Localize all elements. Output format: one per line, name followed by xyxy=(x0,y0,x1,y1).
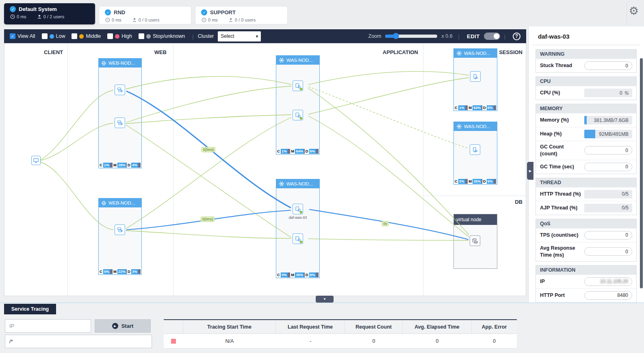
stop-checkbox[interactable] xyxy=(139,33,144,39)
zoom-slider[interactable] xyxy=(385,35,437,38)
system-users: 0 / 2 users xyxy=(37,14,64,19)
column-divider xyxy=(423,44,423,296)
middle-status-dot-icon xyxy=(79,34,84,39)
globe-icon xyxy=(101,61,106,66)
metric-label: IP xyxy=(540,278,582,285)
system-card-default[interactable]: ✓ Default System 0 ms 0 / 2 users xyxy=(4,3,95,24)
panel-collapse-arrow-icon[interactable]: ▶ xyxy=(527,162,533,180)
section-header: WARNING xyxy=(536,50,636,59)
help-icon[interactable]: ? xyxy=(513,33,520,40)
was-app-node-icon[interactable] xyxy=(293,81,303,91)
section-qos: QoS TPS (count/sec) 0 Avg Response Time … xyxy=(536,219,637,261)
session-node-icon[interactable] xyxy=(470,144,480,155)
node-box-stats: C0% M35% D6% xyxy=(454,178,497,184)
filter-low[interactable]: Low xyxy=(42,33,65,39)
tracing-url-input[interactable] xyxy=(5,335,152,348)
node-box-stats: C1% M64% D6% xyxy=(276,148,319,154)
cell-tracing-start: N/A xyxy=(183,334,276,348)
filter-stop[interactable]: Stop/unknown xyxy=(139,33,185,39)
avg-response-value: 0 xyxy=(584,247,632,256)
web-server-node-icon[interactable] xyxy=(115,224,125,235)
header-swatch-column xyxy=(164,320,183,333)
session-node-icon[interactable] xyxy=(470,71,481,82)
clock-icon xyxy=(202,17,206,22)
detail-scrollbar[interactable] xyxy=(640,58,643,288)
tracing-start-button[interactable]: ▶ Start xyxy=(95,319,151,333)
was-molecule-icon xyxy=(456,124,462,129)
clock-icon xyxy=(10,14,15,19)
heap-gauge: 92MB/491MB xyxy=(584,130,632,138)
section-information: INFORMATION IP 10.11.105.20 HTTP Port 84… xyxy=(536,265,637,303)
toolbar-divider: | xyxy=(458,33,460,39)
stop-status-dot-icon xyxy=(146,34,151,39)
system-card-rnd[interactable]: ✓ RND 0 ms 0 / 0 users xyxy=(99,6,191,24)
metric-label: AJP Thread (%) xyxy=(540,205,582,211)
was-app-node-icon[interactable] xyxy=(293,110,303,120)
zoom-label: Zoom xyxy=(369,33,382,39)
web-server-node-icon[interactable] xyxy=(115,85,125,95)
client-node-icon[interactable] xyxy=(31,156,41,165)
view-all-checkbox[interactable]: ✓ xyxy=(10,33,15,39)
zoom-slider-thumb[interactable] xyxy=(393,33,399,39)
cell-last-request: - xyxy=(276,334,345,348)
database-node-icon[interactable] xyxy=(470,235,480,246)
section-header: INFORMATION xyxy=(536,266,636,275)
node-box-stats: C0% M35% D6% xyxy=(276,272,319,278)
node-box-title: WAS-NOD... xyxy=(464,51,490,56)
web-server-node-icon[interactable] xyxy=(115,118,125,128)
node-box-stats: C1% M28% D4% xyxy=(99,162,141,168)
metric-label: CPU (%) xyxy=(540,89,582,96)
cell-app-error: 0 xyxy=(472,334,517,348)
status-dot-icon xyxy=(300,88,302,90)
user-icon xyxy=(37,14,42,19)
section-cpu: CPU CPU (%) 0 % xyxy=(536,76,637,100)
settings-gear-icon[interactable]: ⚙ xyxy=(629,6,639,17)
stuck-thread-value: 0 xyxy=(584,61,632,70)
edit-label: EDIT xyxy=(467,33,480,39)
middle-checkbox[interactable] xyxy=(72,33,77,39)
section-header: THREAD xyxy=(536,178,636,187)
topology-collapse-button[interactable]: ▼ xyxy=(316,296,334,303)
node-label: daf-was-03 xyxy=(289,216,307,220)
node-detail-panel: daf-was-03 WARNING Stuck Thread 0 CPU CP… xyxy=(528,26,644,303)
column-label-application: APPLICATION xyxy=(383,49,418,55)
tps-value: 0 xyxy=(584,231,632,240)
edit-toggle-knob xyxy=(494,33,499,39)
node-box-was-1[interactable]: WAS-NOD... C1% M64% D6% xyxy=(276,55,320,155)
was-app-node-icon-daf-was-03[interactable]: daf-was-03 xyxy=(293,204,303,214)
node-box-web-2[interactable]: WEB-NOD... C0% M22% D3% xyxy=(98,198,142,275)
metric-label: HTTP Thread (%) xyxy=(540,191,582,198)
header-avg-elapsed: Avg. Elapsed Time xyxy=(403,320,472,333)
node-box-title: WAS-NOD... xyxy=(286,181,313,186)
cluster-select[interactable]: Select ▾ xyxy=(218,31,261,41)
tracing-table-header: Tracing Start Time Last Request Time Req… xyxy=(164,320,517,334)
node-box-was-2[interactable]: WAS-NOD... C0% M35% D6% xyxy=(276,179,320,278)
was-app-node-icon[interactable] xyxy=(293,233,303,244)
zoom-value: x 0.6 xyxy=(441,33,452,39)
low-status-dot-icon xyxy=(50,34,54,39)
section-warning: WARNING Stuck Thread 0 xyxy=(536,49,637,73)
user-icon xyxy=(228,17,233,22)
system-name: Default System xyxy=(19,6,57,12)
metric-label: GC Time (sec) xyxy=(540,163,582,170)
filter-view-all[interactable]: ✓ View All xyxy=(10,33,35,39)
filter-high[interactable]: High xyxy=(107,33,132,39)
metric-label: Avg Response Time (ms) xyxy=(540,245,582,259)
node-box-title: virtual node xyxy=(456,217,481,222)
edit-toggle[interactable] xyxy=(484,33,500,40)
node-box-web-1[interactable]: WEB-NOD... C1% M28% D4% xyxy=(98,58,142,168)
status-dot-icon xyxy=(300,241,302,243)
table-row[interactable]: N/A - 0 0 0 xyxy=(164,334,517,349)
tracing-ip-input[interactable] xyxy=(5,319,91,333)
metric-label: HTTP Port xyxy=(540,292,582,299)
topology-canvas[interactable]: CLIENT WEB APPLICATION SESSION DB WEB-NO… xyxy=(4,43,526,296)
tab-service-tracing[interactable]: Service Tracing xyxy=(4,304,56,314)
globe-icon xyxy=(101,200,106,206)
low-checkbox[interactable] xyxy=(42,33,48,39)
system-card-support[interactable]: ✓ SUPPORT 0 ms 0 / 0 users xyxy=(195,6,288,24)
system-check-icon: ✓ xyxy=(201,9,207,15)
system-users: 0 / 0 users xyxy=(132,17,159,22)
filter-middle[interactable]: Middle xyxy=(72,33,101,39)
detail-scrollbar-thumb[interactable] xyxy=(640,58,643,288)
high-checkbox[interactable] xyxy=(107,33,113,39)
